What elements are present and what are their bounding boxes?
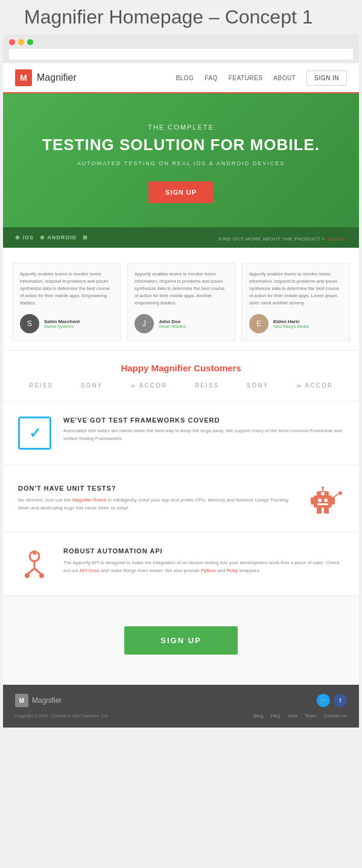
footer-link-blog[interactable]: Blog bbox=[253, 713, 263, 719]
facebook-icon[interactable]: f bbox=[334, 694, 347, 707]
ruby-link[interactable]: Ruby bbox=[227, 568, 238, 573]
testimonial-person-3: E Elden Haric New Macy's Media bbox=[249, 314, 342, 333]
android-icon: ⊕ ANDROID bbox=[40, 234, 77, 241]
nav-blog[interactable]: BLOG bbox=[176, 75, 194, 81]
browser-chrome bbox=[3, 34, 359, 63]
api-text-end: wrappers. bbox=[238, 568, 260, 573]
testimonial-card-1: Appurify enables teams to monitor lorem … bbox=[12, 263, 121, 341]
html5-icon: ⊞ bbox=[83, 234, 88, 241]
api-title: ROBUST AUTOMATION API bbox=[63, 547, 344, 555]
testimonial-card-2: Appurify enables teams to monitor lorem … bbox=[127, 263, 235, 341]
footer-top: M Magnifier 🐦 f bbox=[15, 694, 347, 707]
checkmark-icon: ✓ bbox=[29, 425, 41, 442]
footer-brand-name: Magnifier bbox=[32, 696, 62, 705]
happy-customers-title: Happy Magnifier Customers bbox=[15, 363, 347, 373]
api-section: ROBUST AUTOMATION API The Appurify API i… bbox=[3, 532, 359, 596]
browser-buttons bbox=[9, 39, 353, 45]
footer-copyright: Copyright © 2013 · Created in San Franci… bbox=[15, 714, 107, 718]
svg-point-18 bbox=[25, 573, 30, 578]
platform-icons: ⊕ iOS ⊕ ANDROID ⊞ bbox=[15, 234, 88, 241]
ios-icon: ⊕ iOS bbox=[15, 234, 34, 241]
svg-rect-5 bbox=[311, 497, 314, 505]
browser-minimize-btn[interactable] bbox=[18, 39, 24, 45]
testimonial-card-3: Appurify enables teams to monitor lorem … bbox=[241, 263, 350, 341]
footer-link-faq[interactable]: FAQ bbox=[270, 713, 280, 719]
framework-text: Automated test suites are hands down the… bbox=[63, 427, 344, 443]
signup-section: SIGN UP bbox=[3, 596, 359, 685]
svg-rect-8 bbox=[324, 508, 329, 514]
platform-bar: ⊕ iOS ⊕ ANDROID ⊞ FIND OUT MORE ABOUT TH… bbox=[3, 227, 359, 248]
browser-address-bar[interactable] bbox=[9, 49, 353, 60]
hero-subtitle: The Complete bbox=[15, 124, 347, 131]
person-name-2: John Doe bbox=[159, 319, 186, 324]
person-name-1: Salim Marchent bbox=[44, 319, 80, 324]
nav-faq[interactable]: FAQ bbox=[205, 75, 218, 81]
nav-about[interactable]: ABOUT bbox=[273, 75, 296, 81]
brand-icon: M bbox=[15, 69, 32, 86]
nav-features[interactable]: FEATURES bbox=[229, 75, 263, 81]
navbar: M Magnifier BLOG FAQ FEATURES ABOUT SIGN… bbox=[3, 63, 359, 93]
canvas-title: Magnifier Homepage – Concept 1 bbox=[0, 0, 362, 34]
signin-button[interactable]: SIGN IN bbox=[306, 71, 347, 86]
logo-reiss-1: REISS bbox=[29, 382, 53, 389]
unit-text-before: No Worries! Just use the bbox=[18, 497, 72, 503]
api-text-mid: and make things even easier. We also pro… bbox=[100, 568, 201, 573]
twitter-icon[interactable]: 🐦 bbox=[317, 694, 330, 707]
framework-content: WE'VE GOT TEST FRAMEWORKS COVERD Automat… bbox=[63, 417, 344, 443]
customer-logos: REISS SONY ACCOR REISS SONY ACCOR bbox=[15, 382, 347, 389]
person-company-3: New Macy's Media bbox=[273, 324, 309, 329]
browser-close-btn[interactable] bbox=[9, 39, 15, 45]
logo-sony-2: SONY bbox=[247, 382, 268, 389]
person-name-3: Elden Haric bbox=[273, 319, 309, 324]
footer-link-team[interactable]: Team bbox=[305, 713, 317, 719]
avatar-2: J bbox=[135, 314, 154, 333]
svg-rect-7 bbox=[317, 508, 322, 514]
footer-link-jobs[interactable]: Jobs bbox=[287, 713, 297, 719]
navbar-links: BLOG FAQ FEATURES ABOUT SIGN IN bbox=[176, 71, 347, 86]
svg-line-12 bbox=[331, 494, 339, 498]
testimonial-text-1: Appurify enables teams to monitor lorem … bbox=[20, 271, 113, 307]
person-company-2: Vision Mobiles bbox=[159, 324, 186, 329]
testimonial-text-2: Appurify enables teams to monitor lorem … bbox=[135, 271, 227, 307]
avatar-1: S bbox=[20, 314, 39, 333]
hero-cta-button[interactable]: SIGN UP bbox=[148, 181, 214, 203]
api-icon bbox=[18, 547, 51, 580]
footer-brand-icon: M bbox=[15, 694, 28, 707]
testimonials-section: Appurify enables teams to monitor lorem … bbox=[3, 248, 359, 351]
hero-title: Testing Solution for Mobile. bbox=[15, 136, 347, 154]
avatar-3: E bbox=[249, 314, 268, 333]
logo-reiss-2: REISS bbox=[195, 382, 219, 389]
unit-title: DON'T HAVE UNIT TESTS? bbox=[18, 485, 299, 492]
navbar-brand: M Magnifier bbox=[15, 69, 77, 86]
testimonial-person-1: S Salim Marchent Starlet Systems bbox=[20, 314, 113, 333]
api-content: ROBUST AUTOMATION API The Appurify API i… bbox=[63, 547, 344, 575]
svg-point-4 bbox=[322, 486, 324, 489]
unit-section: DON'T HAVE UNIT TESTS? No Worries! Just … bbox=[3, 465, 359, 532]
testimonial-person-2: J John Doe Vision Mobiles bbox=[135, 314, 227, 333]
svg-point-2 bbox=[321, 492, 325, 495]
python-link[interactable]: Python bbox=[201, 568, 216, 573]
api-text: The Appurify API is designed to make the… bbox=[63, 559, 344, 575]
api-docs-link[interactable]: API Docs bbox=[80, 568, 100, 573]
api-text-mid2: and bbox=[216, 568, 227, 573]
unit-text: No Worries! Just use the Magnifier Robot… bbox=[18, 497, 299, 512]
footer-links: Blog FAQ Jobs Team Contact us bbox=[253, 713, 347, 719]
magnifier-robot-link[interactable]: Magnifier Robot bbox=[72, 497, 106, 503]
footer-link-contact[interactable]: Contact us bbox=[324, 713, 347, 719]
svg-rect-11 bbox=[317, 503, 328, 505]
testimonial-text-3: Appurify enables teams to monitor lorem … bbox=[249, 271, 342, 307]
unit-content: DON'T HAVE UNIT TESTS? No Worries! Just … bbox=[18, 485, 299, 512]
signup-button[interactable]: SIGN UP bbox=[124, 626, 237, 655]
framework-title: WE'VE GOT TEST FRAMEWORKS COVERD bbox=[63, 417, 344, 424]
website-container: M Magnifier BLOG FAQ FEATURES ABOUT SIGN… bbox=[3, 63, 359, 728]
footer-social: 🐦 f bbox=[317, 694, 347, 707]
hero-section: The Complete Testing Solution for Mobile… bbox=[3, 93, 359, 227]
framework-icon-box: ✓ bbox=[18, 417, 51, 450]
person-company-1: Starlet Systems bbox=[44, 324, 80, 329]
footer-bottom: Copyright © 2013 · Created in San Franci… bbox=[15, 713, 347, 719]
browser-maximize-btn[interactable] bbox=[27, 39, 33, 45]
brand-name: Magnifier bbox=[37, 72, 77, 83]
robot-icon bbox=[308, 480, 344, 517]
svg-point-10 bbox=[324, 498, 328, 502]
happy-customers-section: Happy Magnifier Customers REISS SONY ACC… bbox=[3, 351, 359, 401]
